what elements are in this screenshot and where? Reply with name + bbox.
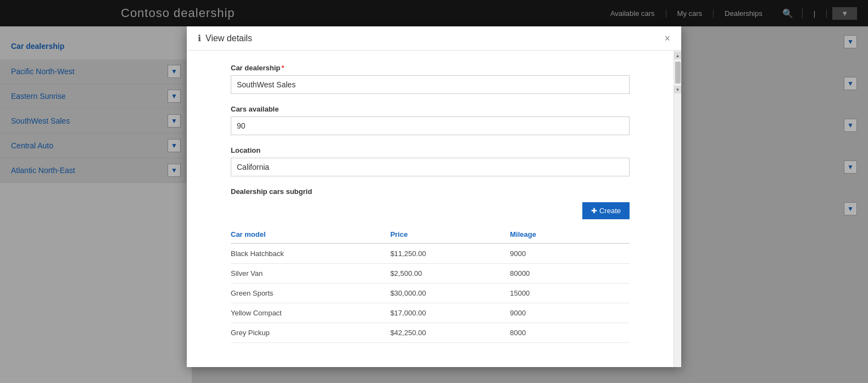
table-row[interactable]: Green Sports $30,000.00 15000 [231,284,630,303]
create-button[interactable]: ✚ Create [582,202,630,219]
scroll-thumb[interactable] [675,62,681,84]
car-dealership-group: Car dealership* [231,64,630,94]
col-header-mileage: Mileage [510,226,630,243]
modal-content-wrapper: Car dealership* Cars available Location … [187,51,681,367]
subgrid-header: Dealership cars subgrid [231,187,630,196]
location-label: Location [231,146,630,154]
table-row[interactable]: Silver Van $2,500.00 80000 [231,264,630,284]
car-dealership-label: Car dealership* [231,64,630,72]
cell-model: Silver Van [231,264,390,284]
view-details-modal: ℹ View details × Car dealership* Cars av… [187,26,681,367]
cell-price: $42,250.00 [390,323,510,343]
table-row[interactable]: Black Hatchback $11,250.00 9000 [231,243,630,264]
location-input[interactable] [231,158,630,176]
table-body: Black Hatchback $11,250.00 9000 Silver V… [231,243,630,343]
modal-header-left: ℹ View details [198,33,252,43]
cell-mileage: 9000 [510,303,630,323]
scroll-up-button[interactable]: ▲ [674,52,682,59]
modal-header: ℹ View details × [187,26,681,51]
cell-model: Black Hatchback [231,243,390,264]
subgrid-toolbar: ✚ Create [231,202,630,219]
table-header: Car model Price Mileage [231,226,630,243]
modal-title: View details [205,34,252,43]
location-group: Location [231,146,630,176]
cell-mileage: 9000 [510,243,630,264]
cars-available-label: Cars available [231,105,630,113]
cell-model: Green Sports [231,284,390,303]
scroll-down-button[interactable]: ▼ [674,86,682,93]
modal-close-button[interactable]: × [664,34,670,43]
col-header-price: Price [390,226,510,243]
cars-available-group: Cars available [231,105,630,135]
cell-mileage: 80000 [510,264,630,284]
cell-price: $30,000.00 [390,284,510,303]
subgrid-group: Dealership cars subgrid ✚ Create Car mod… [231,187,630,343]
cell-mileage: 8000 [510,323,630,343]
table-row[interactable]: Grey Pickup $42,250.00 8000 [231,323,630,343]
table-row[interactable]: Yellow Compact $17,000.00 9000 [231,303,630,323]
table-header-row: Car model Price Mileage [231,226,630,243]
cell-model: Grey Pickup [231,323,390,343]
col-header-model: Car model [231,226,390,243]
modal-overlay: ℹ View details × Car dealership* Cars av… [0,0,868,383]
cars-available-input[interactable] [231,116,630,135]
cell-model: Yellow Compact [231,303,390,323]
cell-mileage: 15000 [510,284,630,303]
cell-price: $2,500.00 [390,264,510,284]
scroll-track: ▲ ▼ [674,51,681,367]
cell-price: $11,250.00 [390,243,510,264]
car-dealership-input[interactable] [231,75,630,94]
cars-subgrid-table: Car model Price Mileage Black Hatchback … [231,226,630,343]
modal-body: Car dealership* Cars available Location … [187,51,674,367]
info-icon: ℹ [198,33,201,43]
cell-price: $17,000.00 [390,303,510,323]
